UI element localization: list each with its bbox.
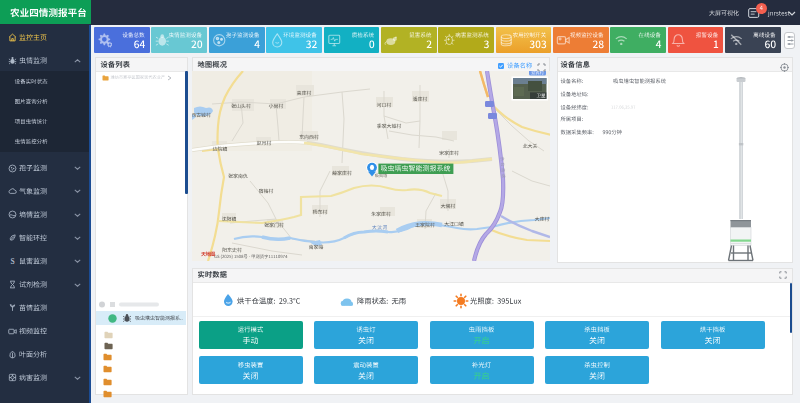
svg-text:S: S: [10, 257, 14, 266]
